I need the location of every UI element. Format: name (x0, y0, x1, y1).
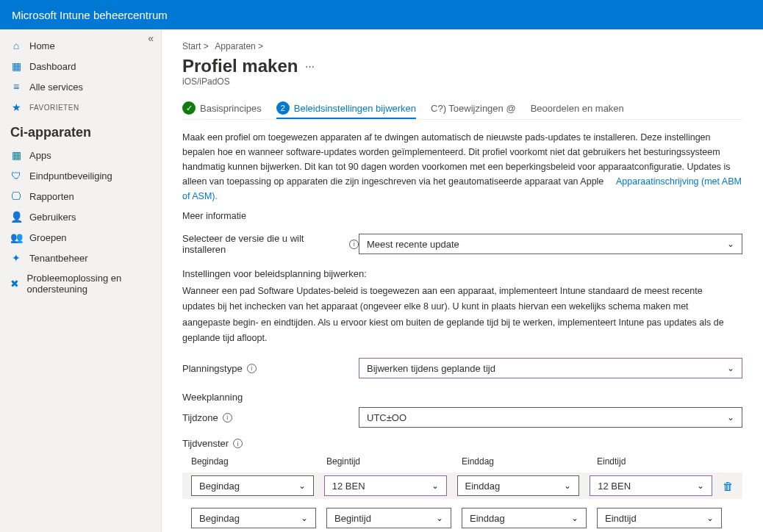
wizard-stepper: ✓ Basisprincipes 2 Beleidsinstellingen b… (182, 101, 742, 120)
time-table-headers: Begindag Begintijd Einddag Eindtijd (182, 456, 742, 467)
nav-label: Probleemoplossing en ondersteuning (27, 273, 151, 295)
nav-dashboard[interactable]: ▦ Dashboard (0, 56, 161, 76)
endtime-select[interactable]: 12 BEN ⌄ (590, 475, 712, 496)
select-value: Begindag (199, 481, 240, 492)
user-icon: 👤 (10, 211, 22, 223)
select-value: Bijwerken tijdens geplande tijd (367, 363, 495, 374)
more-info-link[interactable]: Meer informatie (182, 211, 742, 221)
nav-label: Eindpuntbeveiliging (29, 170, 112, 181)
breadcrumb-item[interactable]: Start > (182, 41, 209, 51)
top-bar: Microsoft Intune beheercentrum (0, 0, 763, 29)
dashboard-icon: ▦ (10, 60, 22, 72)
step-label: C?) Toewijzingen @ (431, 103, 516, 114)
step-number-badge: 2 (276, 101, 290, 115)
nav-all-services[interactable]: ≡ Alle services (0, 76, 161, 97)
timezone-label: Tijdzone i (182, 412, 359, 423)
sidebar-section-title: Ci-apparaten (0, 118, 161, 145)
description-text: Maak een profiel om toegewezen apparaten… (182, 130, 742, 204)
weekplanning-label: Weekplanning (182, 392, 742, 403)
select-value: Meest recente update (367, 239, 459, 250)
check-icon: ✓ (182, 101, 196, 115)
nav-groups[interactable]: 👥 Groepen (0, 227, 161, 248)
nav-label: Gebruikers (29, 212, 76, 223)
wrench-icon: ✖ (10, 278, 20, 290)
nav-home[interactable]: ⌂ Home (0, 35, 161, 56)
page-subtitle: iOS/iPadOS (182, 76, 742, 87)
startday-select[interactable]: Begindag ⌄ (191, 475, 314, 496)
info-icon[interactable]: i (223, 413, 232, 423)
nav-label: Tenantbeheer (29, 253, 88, 264)
plantype-select[interactable]: Bijwerken tijdens geplande tijd ⌄ (359, 358, 742, 378)
select-value: Begindag (199, 513, 240, 524)
time-window-row: Begindag ⌄ 12 BEN ⌄ Einddag ⌄ 12 BEN ⌄ 🗑 (182, 472, 742, 499)
chevron-down-icon: ⌄ (564, 481, 571, 491)
timewindow-label: Tijdvenster i (182, 438, 359, 449)
sidebar: « ⌂ Home ▦ Dashboard ≡ Alle services ★ F… (0, 29, 162, 532)
breadcrumb-item[interactable]: Apparaten > (215, 41, 263, 51)
starttime-select[interactable]: 12 BEN ⌄ (324, 475, 447, 496)
delete-row-icon[interactable]: 🗑 (723, 480, 734, 492)
step-update-settings[interactable]: 2 Beleidsinstellingen bijwerken (276, 101, 416, 119)
info-icon[interactable]: i (247, 364, 257, 373)
chevron-down-icon: ⌄ (706, 513, 714, 523)
col-header: Begintijd (326, 456, 451, 467)
select-value: UTC±OO (367, 412, 406, 423)
select-value: Einddag (465, 481, 501, 492)
nav-apps[interactable]: ▦ Apps (0, 145, 161, 165)
nav-troubleshoot[interactable]: ✖ Probleemoplossing en ondersteuning (0, 268, 161, 299)
collapse-icon[interactable]: « (148, 32, 154, 44)
chevron-down-icon: ⌄ (436, 513, 443, 523)
breadcrumb: Start > Apparaten > (182, 41, 742, 51)
nav-label: Home (29, 40, 55, 51)
chevron-down-icon: ⌄ (431, 481, 439, 491)
info-icon[interactable]: i (349, 240, 359, 249)
nav-label: Dashboard (29, 61, 76, 72)
endday-select[interactable]: Einddag ⌄ (462, 508, 587, 528)
step-label: Beleidsinstellingen bijwerken (294, 103, 416, 114)
nav-endpoint-security[interactable]: 🛡 Eindpuntbeveiliging (0, 165, 161, 186)
step-assignments[interactable]: C?) Toewijzingen @ (431, 103, 516, 114)
select-value: 12 BEN (332, 481, 365, 492)
nav-label: Groepen (29, 232, 67, 243)
schedule-description: Wanneer een pad Software Updates-beleid … (182, 284, 726, 346)
nav-tenant-admin[interactable]: ✦ Tenantbeheer (0, 248, 161, 268)
star-icon: ★ (10, 101, 22, 113)
list-icon: ≡ (10, 81, 22, 93)
select-value: Einddag (470, 513, 505, 524)
info-icon[interactable]: i (233, 439, 243, 448)
endday-select[interactable]: Einddag ⌄ (457, 475, 580, 496)
chevron-down-icon: ⌄ (298, 481, 306, 491)
col-header: Einddag (462, 456, 587, 467)
plantype-label: Planningstype i (182, 363, 359, 374)
timezone-select[interactable]: UTC±OO ⌄ (359, 407, 742, 428)
startday-select[interactable]: Begindag ⌄ (191, 508, 316, 528)
app-title: Microsoft Intune beheercentrum (12, 9, 168, 21)
step-basics[interactable]: ✓ Basisprincipes (182, 101, 262, 115)
nav-reports[interactable]: 🖵 Rapporten (0, 186, 161, 206)
step-label: Basisprincipes (200, 103, 262, 114)
select-value: Eindtijd (605, 513, 637, 524)
favorites-label: FAVORIETEN (29, 104, 79, 112)
reports-icon: 🖵 (10, 190, 22, 202)
version-label: Selecteer de versie die u wilt installer… (182, 233, 359, 255)
more-actions-icon[interactable]: ⋯ (305, 61, 315, 72)
chevron-down-icon: ⌄ (727, 239, 734, 249)
step-label: Beoordelen en maken (531, 103, 624, 114)
step-review[interactable]: Beoordelen en maken (531, 103, 624, 114)
nav-users[interactable]: 👤 Gebruikers (0, 206, 161, 227)
endtime-select[interactable]: Eindtijd ⌄ (597, 508, 722, 528)
nav-label: Alle services (29, 82, 83, 93)
version-select[interactable]: Meest recente update ⌄ (359, 234, 742, 254)
chevron-down-icon: ⌄ (697, 481, 704, 491)
home-icon: ⌂ (10, 40, 22, 51)
time-window-row: Begindag ⌄ Begintijd ⌄ Einddag ⌄ Eindtij… (182, 505, 742, 531)
shield-icon: 🛡 (10, 170, 22, 181)
main-content: Start > Apparaten > Profiel maken ⋯ iOS/… (162, 29, 763, 532)
col-header: Eindtijd (597, 456, 722, 467)
nav-favorites-header: ★ FAVORIETEN (0, 97, 161, 118)
starttime-select[interactable]: Begintijd ⌄ (326, 508, 451, 528)
chevron-down-icon: ⌄ (727, 412, 734, 423)
chevron-down-icon: ⌄ (571, 513, 578, 523)
nav-label: Apps (29, 150, 51, 161)
apps-icon: ▦ (10, 149, 22, 161)
